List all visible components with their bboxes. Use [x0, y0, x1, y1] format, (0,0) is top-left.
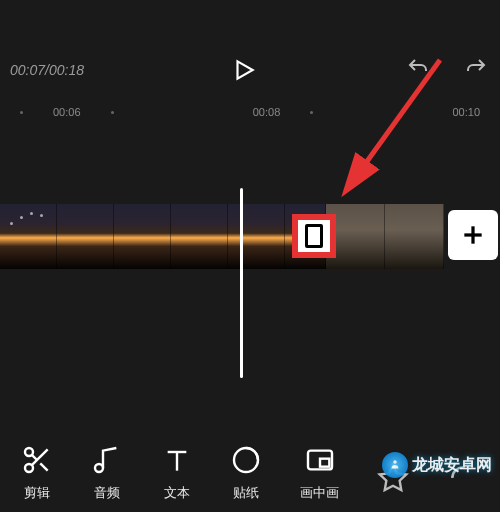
svg-line-7	[40, 463, 47, 470]
svg-point-5	[25, 464, 33, 472]
clip-thumbnail[interactable]	[0, 204, 57, 269]
tool-text[interactable]: 文本	[161, 444, 193, 502]
tick-label: 00:10	[452, 106, 480, 118]
undo-icon	[404, 56, 432, 80]
text-icon	[161, 444, 193, 476]
play-button[interactable]	[231, 57, 257, 83]
svg-point-16	[393, 460, 397, 464]
tool-label: 剪辑	[24, 484, 50, 502]
svg-point-4	[25, 448, 33, 456]
plus-icon	[460, 222, 486, 248]
play-icon	[231, 57, 257, 83]
redo-icon	[462, 56, 490, 80]
redo-button[interactable]	[462, 56, 490, 84]
undo-button[interactable]	[404, 56, 432, 84]
pip-icon	[304, 444, 336, 476]
timeline-ruler: 00:06 00:08 00:10	[0, 106, 500, 118]
tool-pip[interactable]: 画中画	[300, 444, 339, 502]
watermark-logo-icon	[382, 452, 408, 478]
watermark-text: 龙城安卓网	[412, 455, 492, 476]
tool-label: 画中画	[300, 484, 339, 502]
svg-marker-0	[237, 61, 252, 78]
playhead[interactable]	[240, 188, 243, 378]
clip-track[interactable]	[0, 204, 500, 269]
transition-icon	[305, 224, 323, 248]
scissors-icon	[21, 444, 53, 476]
clip-thumbnail[interactable]	[57, 204, 114, 269]
tool-label: 音频	[94, 484, 120, 502]
sticker-icon	[230, 444, 262, 476]
svg-line-8	[32, 455, 37, 460]
history-controls	[404, 56, 490, 84]
tick-label: 00:06	[53, 106, 81, 118]
timecode: 00:07/00:18	[10, 62, 84, 78]
tool-label: 文本	[164, 484, 190, 502]
watermark: 龙城安卓网	[382, 452, 492, 478]
clip-thumbnail[interactable]	[171, 204, 228, 269]
tool-label: 贴纸	[233, 484, 259, 502]
add-clip-button[interactable]	[448, 210, 498, 260]
tool-sticker[interactable]: 贴纸	[230, 444, 262, 502]
svg-point-9	[95, 464, 103, 472]
tick-label: 00:08	[253, 106, 281, 118]
music-note-icon	[91, 444, 123, 476]
clip-thumbnail[interactable]	[228, 204, 285, 269]
svg-rect-14	[320, 459, 329, 467]
playback-bar: 00:07/00:18	[0, 40, 500, 100]
tool-cut[interactable]: 剪辑	[21, 444, 53, 502]
timeline[interactable]	[0, 188, 500, 388]
transition-button[interactable]	[292, 214, 336, 258]
tool-audio[interactable]: 音频	[91, 444, 123, 502]
clip-thumbnail[interactable]	[385, 204, 444, 269]
clip-thumbnail[interactable]	[114, 204, 171, 269]
